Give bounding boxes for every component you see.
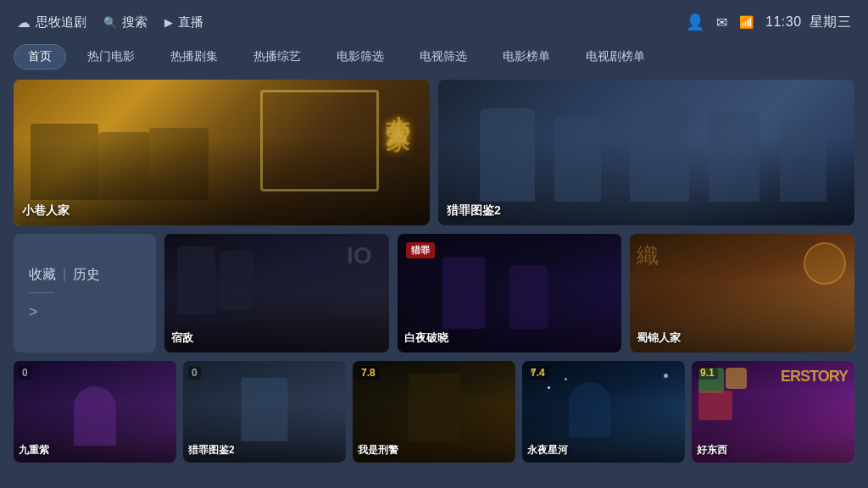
card-liezu2-score: 0 [188, 366, 201, 380]
banner-liezu[interactable]: 猎罪图鉴2 [438, 80, 854, 225]
mail-icon[interactable]: ✉ [716, 14, 727, 30]
search-button[interactable]: 🔍 搜索 [103, 14, 147, 30]
card-liezu2[interactable]: 0 猎罪图鉴2 [183, 361, 346, 463]
mixed-row: 收藏 | 历史 > IO 宿敌 猎罪 白夜破晓 [14, 234, 854, 352]
tab-hot-variety[interactable]: 热播综艺 [239, 44, 315, 69]
card-yongyexinghe-score: 7.4 [527, 366, 548, 380]
card-liezu2-title: 猎罪图鉴2 [188, 443, 235, 458]
main-content: 小营人家 小巷人家 猎罪图鉴2 收藏 | 历史 > [0, 80, 868, 463]
cloud-icon: ☁ [17, 14, 31, 30]
banner-xiaoxiang[interactable]: 小营人家 小巷人家 [14, 80, 430, 225]
tab-tv-chart[interactable]: 电视剧榜单 [571, 44, 659, 69]
favorites-label: 收藏 [29, 266, 56, 284]
card-jiuchong-title: 九重紫 [19, 443, 49, 458]
card-haodongxi-title: 好东西 [697, 443, 727, 458]
card-jiuchong-score: 0 [19, 366, 31, 380]
favorites-history-box[interactable]: 收藏 | 历史 > [14, 234, 156, 352]
banner-liezu-title: 猎罪图鉴2 [447, 203, 501, 219]
card-wojing-title: 我是刑警 [358, 443, 398, 458]
wifi-icon: 📶 [739, 15, 754, 29]
search-icon: 🔍 [103, 16, 117, 29]
card-shujin[interactable]: 織 蜀锦人家 [630, 234, 854, 352]
card-wojing-score: 7.8 [358, 366, 379, 380]
weekday-value: 星期三 [810, 14, 852, 29]
clock-display: 11:30 星期三 [765, 14, 851, 31]
card-suzhu-title: 宿敌 [171, 330, 193, 346]
simuzhuiju-button[interactable]: ☁ 思牧追剧 [17, 14, 86, 30]
tab-tv-filter[interactable]: 电视筛选 [405, 44, 481, 69]
header-right: 👤 ✉ 📶 11:30 星期三 [686, 13, 851, 31]
banner-xiaoxiang-title: 小巷人家 [22, 203, 70, 219]
tab-hot-series[interactable]: 热播剧集 [156, 44, 232, 69]
live-button[interactable]: ▶ 直播 [164, 14, 203, 30]
live-label: 直播 [178, 14, 203, 30]
simuzhuiju-label: 思牧追剧 [36, 14, 86, 30]
tab-movie-filter[interactable]: 电影筛选 [322, 44, 398, 69]
live-icon: ▶ [164, 16, 173, 29]
tab-hot-movie[interactable]: 热门电影 [73, 44, 149, 69]
card-yongyexinghe-title: 永夜星河 [527, 443, 568, 458]
card-baiye-title: 白夜破晓 [404, 330, 448, 346]
favorites-arrow: > [29, 303, 38, 321]
card-haodongxi-score: 9.1 [697, 366, 718, 380]
search-label: 搜索 [122, 14, 147, 30]
fav-divider-line [29, 292, 54, 293]
tab-movie-chart[interactable]: 电影榜单 [488, 44, 565, 69]
card-haodongxi[interactable]: ERSTORY 9.1 好东西 [692, 361, 854, 463]
history-label: 历史 [73, 266, 100, 284]
card-wojing[interactable]: 7.8 我是刑警 [353, 361, 515, 463]
card-baiye[interactable]: 猎罪 白夜破晓 [398, 234, 622, 352]
small-cards-row: 0 九重紫 0 猎罪图鉴2 7.8 我是刑警 7.4 [14, 361, 854, 463]
favorites-divider: | [63, 267, 66, 282]
header: ☁ 思牧追剧 🔍 搜索 ▶ 直播 👤 ✉ 📶 11:30 星期三 [0, 0, 868, 44]
card-yongyexinghe[interactable]: 7.4 永夜星河 [522, 361, 685, 463]
header-nav: ☁ 思牧追剧 🔍 搜索 ▶ 直播 [17, 14, 203, 30]
user-icon[interactable]: 👤 [686, 13, 704, 31]
nav-tabs: 首页 热门电影 热播剧集 热播综艺 电影筛选 电视筛选 电影榜单 电视剧榜单 [0, 44, 868, 69]
time-value: 11:30 [765, 14, 802, 29]
card-jiuchong[interactable]: 0 九重紫 [14, 361, 176, 463]
card-shujin-title: 蜀锦人家 [637, 330, 681, 346]
card-suzhu[interactable]: IO 宿敌 [164, 234, 389, 352]
banner-row: 小营人家 小巷人家 猎罪图鉴2 [14, 80, 854, 225]
tab-home[interactable]: 首页 [14, 44, 66, 69]
